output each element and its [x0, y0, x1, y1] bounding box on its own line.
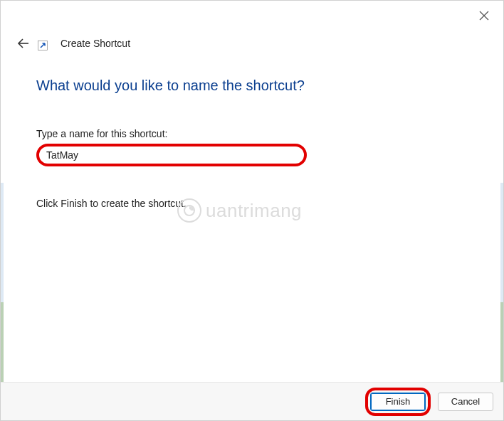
back-button[interactable]: [16, 36, 31, 50]
decorative-strip: [1, 183, 4, 382]
close-icon: [479, 11, 489, 21]
decorative-strip: [500, 183, 503, 382]
finish-button[interactable]: Finish: [370, 393, 426, 411]
finish-button-highlight: Finish: [365, 388, 431, 416]
shortcut-overlay-icon: [38, 41, 48, 50]
shortcut-name-input[interactable]: [46, 149, 297, 161]
wizard-content: What would you like to name the shortcut…: [36, 78, 468, 209]
shortcut-name-highlight: [36, 144, 307, 166]
finish-hint: Click Finish to create the shortcut.: [36, 198, 468, 209]
arrow-left-icon: [17, 37, 30, 50]
shortcut-name-label: Type a name for this shortcut:: [36, 128, 468, 139]
close-button[interactable]: [479, 11, 490, 22]
wizard-header: Create Shortcut: [16, 36, 130, 50]
wizard-title: Create Shortcut: [61, 38, 130, 49]
page-heading: What would you like to name the shortcut…: [36, 78, 468, 94]
create-shortcut-wizard-window: Create Shortcut What would you like to n…: [0, 0, 504, 421]
wizard-footer: Finish Cancel: [1, 382, 503, 420]
cancel-button[interactable]: Cancel: [438, 393, 493, 411]
